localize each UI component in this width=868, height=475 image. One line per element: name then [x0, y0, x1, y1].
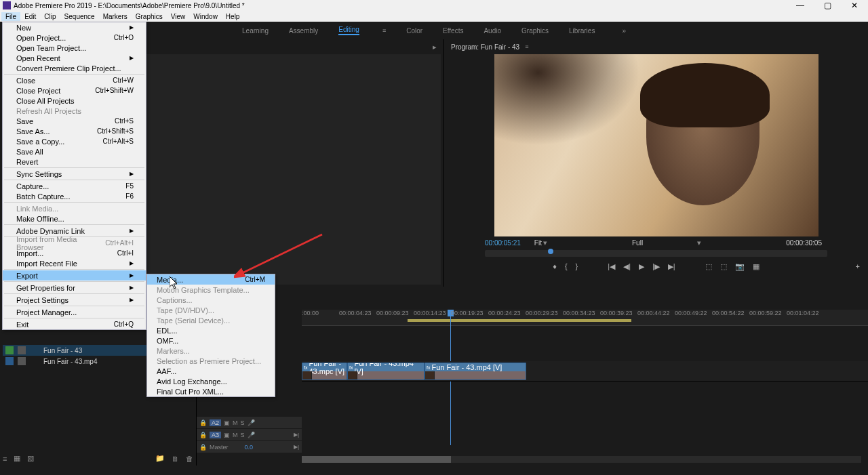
timecode-current[interactable]: 00:00:05:21 [485, 239, 521, 247]
menu-graphics[interactable]: Graphics [132, 12, 167, 21]
lock-icon[interactable]: 🔒 [199, 419, 207, 426]
file-menu-item[interactable]: Capture...F5 [3, 181, 146, 191]
export-menu-item[interactable]: OMF... [147, 335, 275, 346]
maximize-button[interactable]: ▢ [814, 0, 841, 11]
comparison-view-button[interactable]: ▦ [753, 262, 760, 271]
ws-audio[interactable]: Audio [484, 27, 501, 35]
new-bin-icon[interactable]: 📁 [155, 454, 165, 463]
file-menu-item[interactable]: Close ProjectCtrl+Shift+W [3, 85, 146, 96]
add-marker-button[interactable]: ♦ [553, 262, 557, 270]
extract-button[interactable]: ⬚ [720, 262, 727, 271]
timeline-ruler[interactable]: :00:0000:00:04:2300:00:09:2300:00:14:230… [302, 310, 868, 326]
export-frame-button[interactable]: 📷 [735, 262, 745, 271]
step-forward-button[interactable]: |▶ [652, 262, 660, 271]
file-menu-item[interactable]: Close All Projects [3, 96, 146, 106]
ws-overflow-icon[interactable]: » [622, 27, 626, 35]
file-menu-item[interactable]: Open Project...Ctrl+O [3, 33, 146, 43]
work-area-bar[interactable] [408, 319, 631, 322]
timeline-zoom-scroll[interactable] [302, 456, 861, 463]
file-menu-item[interactable]: Sync Settings▶ [3, 169, 146, 179]
file-menu-item[interactable]: Convert Premiere Clip Project... [3, 63, 146, 73]
list-view-icon[interactable]: ≡ [3, 455, 7, 463]
export-menu-item[interactable]: Avid Log Exchange... [147, 376, 275, 386]
export-menu-item[interactable]: EDL... [147, 325, 275, 335]
master-value[interactable]: 0.0 [245, 444, 254, 451]
timeline-clip[interactable]: fxFun Fair - 43.mp4 [V] [347, 363, 425, 380]
sync-lock-icon[interactable]: ▣ [224, 419, 230, 426]
timeline-clip[interactable]: fxFun Fair - 43.mpc [V] [302, 363, 347, 380]
voice-over-icon[interactable]: 🎤 [248, 419, 255, 426]
program-scrubber[interactable] [485, 250, 827, 257]
file-menu-item[interactable]: Batch Capture...F6 [3, 191, 146, 201]
track-header-a3[interactable]: 🔒 A3 ▣ M S 🎤 ▶| [197, 429, 302, 441]
lock-icon[interactable]: 🔒 [199, 432, 207, 438]
file-menu-item[interactable]: Save All [3, 146, 146, 157]
file-menu-item[interactable]: Get Properties for▶ [3, 283, 146, 293]
solo-button[interactable]: S [241, 419, 245, 426]
ws-graphics[interactable]: Graphics [521, 27, 549, 35]
menu-markers[interactable]: Markers [99, 12, 132, 21]
file-menu-item[interactable]: Save As...Ctrl+Shift+S [3, 126, 146, 136]
ws-learning[interactable]: Learning [242, 27, 269, 35]
menu-edit[interactable]: Edit [20, 12, 40, 21]
freeform-view-icon[interactable]: ▧ [27, 454, 34, 463]
export-menu-item[interactable]: Media...Ctrl+M [147, 274, 275, 285]
solo-button[interactable]: S [241, 432, 245, 438]
lock-icon[interactable]: 🔒 [199, 444, 207, 451]
ws-color[interactable]: Color [406, 27, 422, 35]
delete-icon[interactable]: 🗑 [186, 455, 193, 463]
resolution-full[interactable]: Full [632, 239, 643, 247]
export-menu-item[interactable]: Final Cut Pro XML... [147, 386, 275, 396]
ws-assembly[interactable]: Assembly [289, 27, 318, 35]
sync-lock-icon[interactable]: ▣ [224, 432, 230, 438]
track-label[interactable]: A2 [210, 419, 221, 426]
menu-view[interactable]: View [167, 12, 190, 21]
file-menu-item[interactable]: Export▶ [3, 270, 146, 281]
scrubber-playhead[interactable] [548, 249, 553, 254]
expand-icon[interactable]: ▶| [294, 432, 299, 438]
go-to-out-button[interactable]: ▶| [668, 262, 675, 271]
mute-button[interactable]: M [233, 432, 238, 438]
mark-out-button[interactable]: } [576, 262, 578, 270]
voice-over-icon[interactable]: 🎤 [248, 432, 255, 438]
program-tab-menu-icon[interactable]: ≡ [525, 43, 528, 50]
minimize-button[interactable]: — [787, 0, 814, 11]
file-menu-item[interactable]: Open Recent▶ [3, 53, 146, 63]
program-monitor-video[interactable] [494, 54, 818, 236]
mark-in-button[interactable]: { [565, 262, 568, 270]
menu-window[interactable]: Window [189, 12, 222, 21]
icon-view-icon[interactable]: ▦ [14, 454, 20, 463]
file-menu-item[interactable]: Save a Copy...Ctrl+Alt+S [3, 136, 146, 146]
menu-help[interactable]: Help [222, 12, 244, 21]
ws-libraries[interactable]: Libraries [569, 27, 595, 35]
file-menu-item[interactable]: Make Offline... [3, 213, 146, 224]
track-header-master[interactable]: 🔒 Master 0.0 ▶| [197, 441, 302, 453]
video-track-v1[interactable]: fxFun Fair - 43.mpc [V] fxFun Fair - 43.… [302, 361, 868, 381]
file-menu-item[interactable]: Revert [3, 157, 146, 167]
export-menu-item[interactable]: AAF... [147, 366, 275, 376]
zoom-fit[interactable]: Fit [534, 239, 542, 247]
new-item-icon[interactable]: 🗎 [172, 455, 179, 463]
menu-sequence[interactable]: Sequence [60, 12, 99, 21]
lift-button[interactable]: ⬚ [705, 262, 712, 271]
menu-file[interactable]: File [1, 12, 20, 21]
file-menu-item[interactable]: Project Settings▶ [3, 295, 146, 305]
menu-clip[interactable]: Clip [40, 12, 60, 21]
play-button[interactable]: ▶ [639, 262, 644, 271]
file-menu-item[interactable]: CloseCtrl+W [3, 75, 146, 85]
track-header-a2[interactable]: 🔒 A2 ▣ M S 🎤 [197, 417, 302, 429]
close-button[interactable]: ✕ [841, 0, 868, 11]
zoom-scroll-thumb[interactable] [302, 456, 451, 463]
timeline-clip[interactable]: fxFun Fair - 43.mp4 [V] [425, 363, 526, 380]
ws-editing[interactable]: Editing [338, 26, 359, 35]
file-menu-item[interactable]: ExitCtrl+Q [3, 319, 146, 329]
file-menu-item[interactable]: Import Recent File▶ [3, 258, 146, 268]
go-to-in-button[interactable]: |◀ [608, 262, 615, 271]
file-menu-item[interactable]: New▶ [3, 22, 146, 33]
program-tab[interactable]: Program: Fun Fair - 43 [448, 42, 522, 52]
mute-button[interactable]: M [233, 419, 238, 426]
ws-editing-menu-icon[interactable]: ≡ [382, 27, 386, 34]
file-menu-item[interactable]: SaveCtrl+S [3, 116, 146, 126]
file-menu-item[interactable]: Open Team Project... [3, 43, 146, 53]
button-editor-button[interactable]: + [856, 262, 860, 270]
